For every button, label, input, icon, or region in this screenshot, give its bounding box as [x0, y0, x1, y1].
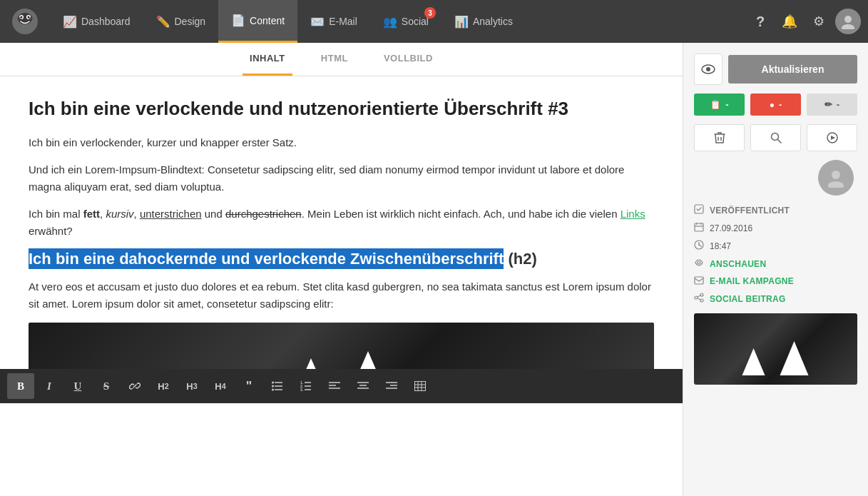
toolbar-align-left[interactable]	[321, 373, 348, 399]
date-value: 27.09.2016	[710, 223, 752, 233]
notifications-button[interactable]: 🔔	[777, 9, 802, 34]
meta-view: ANSCHAUEN	[694, 258, 857, 270]
calendar-icon	[694, 222, 704, 234]
toolbar-link[interactable]	[121, 373, 148, 399]
toolbar-table[interactable]	[407, 373, 434, 399]
svg-text:3.: 3.	[300, 388, 304, 391]
toolbar-bold[interactable]: B	[7, 373, 34, 399]
action-btn-gray[interactable]: ✏ -	[807, 93, 857, 116]
toolbar-list-ol[interactable]: 1.2.3.	[292, 373, 320, 399]
email-icon: ✉️	[310, 15, 325, 29]
toolbar-strikethrough[interactable]: S	[93, 373, 120, 399]
para3-bold: fett	[83, 208, 100, 220]
social-meta-icon	[694, 293, 704, 305]
email-meta-icon	[694, 275, 704, 287]
para3-mid3: und	[202, 208, 225, 220]
social-post-link[interactable]: SOCIAL BEITRAG	[710, 294, 786, 304]
tab-html[interactable]: HTML	[314, 43, 355, 76]
media-button[interactable]	[807, 124, 857, 151]
h2-text-selected: Ich bin eine dahockernde und verlockende…	[29, 248, 504, 269]
toolbar-align-right[interactable]	[378, 373, 405, 399]
nav-label-dashboard: Dashboard	[81, 16, 131, 27]
svg-point-44	[832, 171, 840, 179]
para3-post: . Mein Leben ist wirklich nicht einfach.…	[302, 208, 621, 220]
nav-item-dashboard[interactable]: 📈 Dashboard	[50, 0, 143, 43]
update-button[interactable]: Aktualisieren	[728, 55, 857, 83]
settings-button[interactable]: ⚙	[806, 9, 832, 34]
time-value: 18:47	[710, 241, 731, 251]
nav-label-analytics: Analytics	[473, 16, 513, 27]
nav-label-email: E-Mail	[329, 16, 357, 27]
preview-button[interactable]	[694, 54, 723, 85]
nav-item-analytics[interactable]: 📊 Analytics	[441, 0, 526, 43]
green-icon: 📋	[710, 99, 721, 110]
svg-point-57	[695, 296, 698, 299]
svg-line-53	[699, 245, 701, 246]
author-avatar	[818, 160, 854, 196]
nav-item-content[interactable]: 📄 Content	[218, 0, 297, 43]
search-button[interactable]	[750, 124, 801, 151]
gray-label: -	[837, 99, 839, 110]
para3-italic: kursiv	[106, 208, 133, 220]
action-btn-red[interactable]: ● -	[750, 93, 801, 116]
nav-label-design: Design	[175, 16, 206, 27]
content-icon: 📄	[231, 14, 245, 27]
author-avatar-section	[694, 160, 857, 196]
nav-item-design[interactable]: ✏️ Design	[143, 0, 219, 43]
svg-point-37	[706, 67, 710, 71]
toolbar-h4[interactable]: H4	[207, 373, 234, 399]
toolbar-blockquote[interactable]: "	[235, 373, 262, 399]
tab-vollbild[interactable]: VOLLBILD	[377, 43, 440, 76]
format-toolbar: B I U S H2 H3 H4 " 1.2.3.	[0, 369, 683, 403]
nav-item-social[interactable]: 👥 Social 3	[370, 0, 441, 43]
tabs-bar: INHALT HTML VOLLBILD	[0, 43, 683, 76]
meta-date: 27.09.2016	[694, 222, 857, 234]
help-button[interactable]: ?	[747, 9, 773, 34]
content-panel: INHALT HTML VOLLBILD Ich bin eine verloc…	[0, 43, 683, 496]
toolbar-align-center[interactable]	[349, 373, 377, 399]
social-icon: 👥	[383, 15, 397, 29]
green-label: -	[725, 99, 728, 110]
article-content: Ich bin eine verlockende und nutzenorien…	[0, 76, 683, 496]
svg-point-14	[272, 385, 274, 388]
svg-point-15	[272, 389, 274, 391]
article-paragraph-2: Und ich ein Lorem-Impsum-Blindtext: Cons…	[29, 161, 654, 196]
toolbar-list-ul[interactable]	[264, 373, 291, 399]
toolbar-h3[interactable]: H3	[178, 373, 205, 399]
sidebar-thumbnail	[694, 313, 857, 385]
svg-rect-47	[695, 223, 703, 231]
para3-mid2: ,	[134, 208, 140, 220]
svg-point-8	[844, 16, 852, 23]
design-icon: ✏️	[156, 15, 170, 29]
svg-line-60	[698, 298, 700, 300]
view-link[interactable]: ANSCHAUEN	[710, 259, 766, 269]
para3-end: erwähnt?	[29, 225, 73, 237]
view-icon	[694, 258, 704, 270]
avatar[interactable]	[835, 9, 861, 34]
svg-rect-55	[695, 277, 703, 284]
email-campaign-link[interactable]: E-MAIL KAMPAGNE	[710, 276, 794, 286]
article-paragraph-1: Ich bin ein verlockender, kurzer und kna…	[29, 134, 654, 151]
top-nav: 📈 Dashboard ✏️ Design 📄 Content ✉️ E-Mai…	[0, 0, 868, 43]
svg-point-6	[17, 17, 21, 20]
toolbar-underline[interactable]: U	[64, 373, 91, 399]
toolbar-h2[interactable]: H2	[150, 373, 177, 399]
para3-underline: unterstrichen	[140, 208, 202, 220]
article-heading: Ich bin eine verlockende und nutzenorien…	[29, 98, 654, 120]
action-btn-green[interactable]: 📋 -	[694, 93, 745, 116]
meta-info: VERÖFFENTLICHT 27.09.2016 18:47 ANSCHAUE…	[694, 204, 857, 305]
svg-rect-46	[695, 205, 703, 213]
article-paragraph-4: At vero eos et accusam et justo duo dolo…	[29, 278, 654, 313]
publish-icon	[694, 204, 704, 216]
toolbar-italic[interactable]: I	[36, 373, 63, 399]
svg-point-9	[842, 24, 854, 29]
dashboard-icon: 📈	[63, 15, 77, 29]
meta-email: E-MAIL KAMPAGNE	[694, 275, 857, 287]
basket-button[interactable]	[694, 124, 745, 151]
para3-link[interactable]: Links	[621, 208, 645, 220]
red-icon: ●	[770, 100, 775, 110]
nav-item-email[interactable]: ✉️ E-Mail	[297, 0, 370, 43]
logo[interactable]	[7, 4, 43, 39]
right-sidebar: Aktualisieren 📋 - ● - ✏ -	[683, 43, 868, 496]
tab-inhalt[interactable]: INHALT	[242, 43, 292, 76]
